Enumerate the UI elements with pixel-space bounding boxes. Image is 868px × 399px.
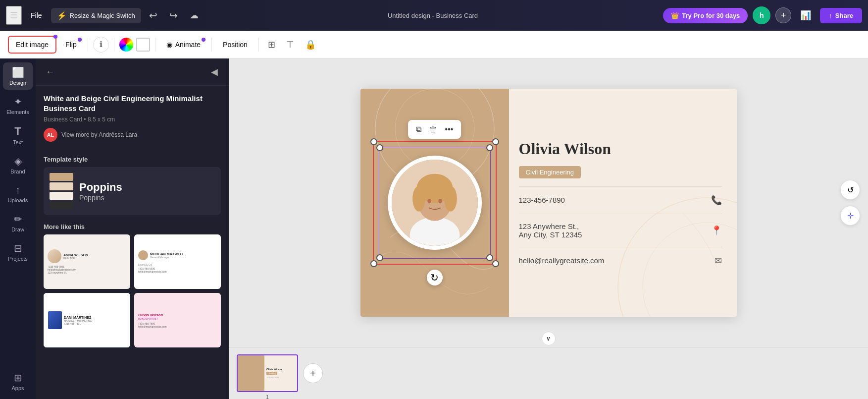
sidebar-item-text[interactable]: T Text [3, 121, 33, 149]
share-button[interactable]: ↑ Share [820, 8, 862, 23]
more-like-item-2[interactable]: MORGAN MAXWELL General Manager Liceria &… [134, 234, 221, 289]
try-pro-button[interactable]: 👑 Try Pro for 30 days [663, 8, 748, 23]
template-style-heading: Template style [36, 150, 229, 167]
more-like-item-3[interactable]: DANI MARTINEZ MANAGER MARKETING +315-455… [44, 293, 130, 347]
canvas-right-tools: ↺ ✛ [840, 180, 860, 226]
top-navigation: ☰ File ⚡ Resize & Magic Switch ↩ ↪ ☁ Unt… [0, 0, 868, 31]
projects-icon: ⊟ [14, 242, 22, 254]
sidebar-label-draw: Draw [11, 227, 24, 232]
font-name-small: Poppins [79, 194, 122, 202]
person-name: Olivia Wilson [519, 140, 722, 158]
location-icon: 📍 [711, 225, 722, 236]
animate-button[interactable]: ◉ Animate [160, 37, 206, 53]
card-divider-2 [519, 214, 722, 214]
business-card[interactable]: ⧉ 🗑 ••• ↻ [360, 89, 737, 317]
mock-card-2: MORGAN MAXWELL General Manager Liceria &… [134, 234, 221, 289]
swatch-4 [50, 201, 73, 209]
thumbnail-page-1[interactable]: Olivia Wilson Civil Eng 123-456-7890 1 [237, 354, 298, 392]
share-icon: ↑ [829, 12, 832, 19]
address-line-1: 123 Anywhere St., [519, 222, 582, 230]
hamburger-button[interactable]: ☰ [6, 6, 22, 25]
analytics-button[interactable]: 📊 [796, 8, 815, 23]
user-avatar-button[interactable]: h [753, 6, 770, 24]
email-icon: ✉ [715, 255, 722, 266]
save-cloud-button[interactable]: ☁ [186, 8, 203, 23]
panel-collapse-button[interactable]: ◀ [208, 64, 221, 79]
canvas-area: ⧉ 🗑 ••• ↻ [229, 58, 868, 399]
sidebar-item-apps[interactable]: ⊞ Apps [3, 368, 33, 395]
apps-icon: ⊞ [14, 372, 22, 384]
add-page-button[interactable]: + [303, 363, 323, 383]
swatch-3 [50, 192, 73, 200]
editor-toolbar: Edit image Flip ℹ ◉ Animate Position ⊞ ⊤… [0, 31, 868, 58]
contact-email-row: hello@reallygreatsite.com ✉ [519, 255, 722, 266]
canvas-wrapper: ⧉ 🗑 ••• ↻ [360, 89, 737, 317]
crop-icon-button[interactable]: ⊤ [282, 36, 298, 53]
font-preview: Poppins Poppins [79, 181, 122, 202]
sidebar-label-design: Design [9, 80, 26, 86]
mock-card-1: ANNA WILSON REALTOR +315-455-7891 hello@… [44, 234, 130, 289]
author-link[interactable]: AL View more by Andrêssa Lara [44, 128, 221, 142]
sidebar-label-uploads: Uploads [8, 197, 28, 203]
undo-button[interactable]: ↩ [145, 7, 161, 23]
icon-sidebar: ⬜ Design ✦ Elements T Text ◈ Brand ↑ Upl… [0, 58, 36, 399]
sidebar-item-elements[interactable]: ✦ Elements [3, 92, 33, 119]
brand-icon: ◈ [14, 155, 22, 167]
card-left-section: ⧉ 🗑 ••• ↻ [360, 89, 509, 317]
template-style-card[interactable]: Poppins Poppins [44, 167, 221, 215]
swatch-2 [50, 182, 73, 190]
email-address: hello@reallygreatsite.com [519, 256, 605, 265]
elements-icon: ✦ [14, 96, 22, 108]
file-menu-button[interactable]: File [26, 8, 47, 22]
person-photo-svg [392, 160, 478, 246]
panel-title-block: White and Beige Civil Engineering Minima… [36, 86, 229, 150]
more-like-this-heading: More like this [36, 215, 229, 234]
toolbar-separator-5 [258, 38, 259, 52]
template-subtitle: Business Card • 8.5 x 5 cm [44, 116, 221, 123]
position-button[interactable]: Position [217, 37, 254, 53]
card-divider-3 [519, 247, 722, 247]
info-button[interactable]: ℹ [93, 37, 109, 53]
swatch-1 [50, 173, 73, 181]
flip-button[interactable]: Flip [59, 37, 83, 53]
contact-address-row: 123 Anywhere St., Any City, ST 12345 📍 [519, 222, 722, 239]
toolbar-separator-1 [88, 38, 88, 52]
more-like-item-1[interactable]: ANNA WILSON REALTOR +315-455-7891 hello@… [44, 234, 130, 289]
toolbar-separator-4 [211, 38, 212, 52]
sidebar-item-design[interactable]: ⬜ Design [3, 62, 33, 90]
canvas-compass-button[interactable]: ✛ [840, 206, 860, 226]
author-avatar: AL [44, 128, 57, 142]
canvas-refresh-button[interactable]: ↺ [840, 180, 860, 200]
sidebar-item-projects[interactable]: ⊟ Projects [3, 238, 33, 266]
mock-card-3: DANI MARTINEZ MANAGER MARKETING +315-455… [44, 293, 130, 347]
lock-button[interactable]: 🔒 [301, 36, 320, 53]
sidebar-item-brand[interactable]: ◈ Brand [3, 151, 33, 178]
bottom-thumbnail-bar: Olivia Wilson Civil Eng 123-456-7890 1 + [229, 347, 868, 399]
left-panel: ← ◀ White and Beige Civil Engineering Mi… [36, 58, 229, 399]
panel-top-bar: ← ◀ [36, 58, 229, 86]
color-swatch-button[interactable] [136, 38, 150, 52]
color-wheel-button[interactable] [119, 38, 133, 52]
animate-label: Animate [175, 41, 201, 49]
mock-card-4: Olivia Wilson MAKEUP ARTIST +315-455-789… [134, 293, 221, 347]
add-collaborator-button[interactable]: + [775, 7, 791, 23]
svg-point-7 [412, 186, 425, 211]
resize-label: Resize & Magic Switch [70, 12, 135, 19]
contact-phone-row: 123-456-7890 📞 [519, 195, 722, 206]
sidebar-item-draw[interactable]: ✏ Draw [3, 209, 33, 236]
redo-button[interactable]: ↪ [165, 7, 182, 23]
edit-image-button[interactable]: Edit image [8, 36, 56, 54]
more-like-item-4[interactable]: Olivia Wilson MAKEUP ARTIST +315-455-789… [134, 293, 221, 347]
svg-point-9 [427, 199, 431, 203]
sidebar-item-uploads[interactable]: ↑ Uploads [3, 180, 33, 207]
panel-back-button[interactable]: ← [44, 65, 56, 79]
grid-button[interactable]: ⊞ [264, 36, 279, 53]
thumbnail-card-1: Olivia Wilson Civil Eng 123-456-7890 [238, 355, 297, 391]
try-pro-label: Try Pro for 30 days [682, 12, 740, 19]
resize-magic-switch-button[interactable]: ⚡ Resize & Magic Switch [51, 8, 141, 23]
bottom-expand-button[interactable]: ∨ [542, 332, 556, 345]
phone-number: 123-456-7890 [519, 196, 565, 204]
svg-point-8 [444, 186, 457, 211]
phone-icon: 📞 [711, 195, 722, 206]
toolbar-separator-2 [114, 38, 114, 52]
